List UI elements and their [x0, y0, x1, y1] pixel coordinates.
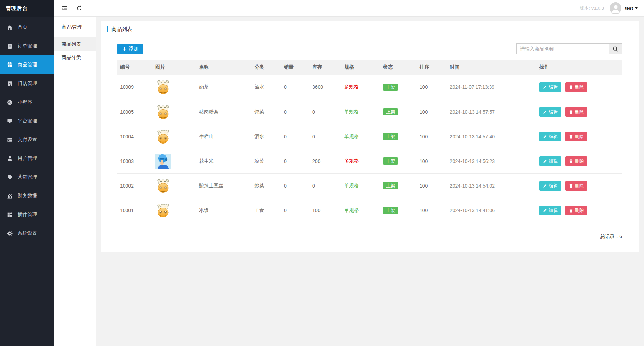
cell-actions: 编辑 删除 [537, 100, 622, 124]
edit-button[interactable]: 编辑 [539, 132, 561, 141]
content-area: 商品列表 添加 [96, 17, 644, 346]
avatar[interactable] [610, 2, 621, 14]
submenu-title: 商品管理 [54, 17, 96, 37]
product-image-hippo [155, 178, 171, 193]
delete-button[interactable]: 删除 [565, 181, 587, 191]
cell-sales: 0 [281, 124, 310, 149]
cell-status: 上架 [380, 100, 417, 124]
sidebar-item-finance[interactable]: 财务数据 [0, 187, 54, 205]
cell-image [153, 198, 196, 223]
sidebar-item-platform[interactable]: 平台管理 [0, 112, 54, 130]
search-box [516, 43, 622, 54]
cell-time: 2024-11-07 17:13:39 [447, 75, 537, 100]
cell-id: 10002 [117, 173, 153, 198]
spec-label: 单规格 [344, 133, 359, 139]
table-row: 10009 [117, 75, 622, 100]
status-badge: 上架 [383, 84, 398, 91]
delete-button[interactable]: 删除 [565, 156, 587, 166]
cell-sales: 0 [281, 198, 310, 223]
sidebar-item-plugins[interactable]: 插件管理 [0, 205, 54, 224]
cell-stock: 0 [310, 100, 341, 124]
search-input[interactable] [516, 43, 609, 54]
col-time: 时间 [447, 60, 537, 75]
payment-icon [6, 136, 13, 143]
cell-sort: 100 [417, 198, 447, 223]
cell-name: 猪肉粉条 [196, 100, 252, 124]
sidebar-item-miniprogram[interactable]: 小程序 [0, 93, 54, 112]
settings-icon [6, 230, 13, 237]
status-badge: 上架 [383, 133, 398, 140]
edit-button[interactable]: 编辑 [539, 181, 561, 191]
home-icon [6, 24, 13, 31]
sidebar-item-products[interactable]: 商品管理 [0, 55, 54, 74]
product-icon [6, 61, 13, 68]
delete-button[interactable]: 删除 [565, 132, 587, 141]
marketing-icon [6, 174, 13, 181]
cell-id: 10005 [117, 100, 153, 124]
cell-actions: 编辑 删除 [537, 198, 622, 223]
order-icon [6, 43, 13, 50]
edit-button[interactable]: 编辑 [539, 82, 561, 92]
cell-status: 上架 [380, 124, 417, 149]
cell-sales: 0 [281, 100, 310, 124]
cell-stock: 100 [310, 198, 341, 223]
cell-sort: 100 [417, 75, 447, 100]
sidebar-item-users[interactable]: 用户管理 [0, 149, 54, 168]
delete-button[interactable]: 删除 [565, 206, 587, 215]
cell-spec: 多规格 [341, 75, 380, 100]
spec-label: 多规格 [344, 158, 359, 164]
pencil-icon [543, 208, 547, 213]
pencil-icon [543, 159, 547, 163]
finance-icon [6, 192, 13, 199]
pencil-icon [543, 110, 547, 114]
cell-image [153, 173, 196, 198]
total-records: 总记录：6 [117, 223, 622, 240]
product-image-courier [155, 154, 171, 169]
cell-category: 酒水 [252, 75, 281, 100]
sidebar-item-settings[interactable]: 系统设置 [0, 224, 54, 243]
trash-icon [569, 135, 573, 139]
cell-sales: 0 [281, 75, 310, 100]
edit-button[interactable]: 编辑 [539, 107, 561, 117]
product-image-hippo [155, 129, 171, 144]
product-image-hippo [155, 104, 171, 120]
page-title: 商品列表 [111, 26, 132, 33]
submenu-item-product-list[interactable]: 商品列表 [54, 37, 96, 51]
spec-label: 单规格 [344, 183, 359, 188]
delete-button[interactable]: 删除 [565, 107, 587, 117]
cell-sort: 100 [417, 100, 447, 124]
cell-category: 凉菜 [252, 149, 281, 173]
cell-name: 花生米 [196, 149, 252, 173]
search-button[interactable] [609, 43, 622, 54]
sidebar-item-stores[interactable]: 门店管理 [0, 74, 54, 93]
edit-button[interactable]: 编辑 [539, 156, 561, 166]
user-menu[interactable]: test [625, 6, 638, 11]
store-icon [6, 80, 13, 87]
trash-icon [569, 85, 573, 89]
cell-status: 上架 [380, 198, 417, 223]
add-button[interactable]: 添加 [117, 44, 143, 54]
cell-status: 上架 [380, 75, 417, 100]
sidebar-item-orders[interactable]: 订单管理 [0, 37, 54, 55]
cell-time: 2024-10-13 14:54:02 [447, 173, 537, 198]
refresh-icon[interactable] [73, 2, 85, 14]
cell-status: 上架 [380, 173, 417, 198]
title-accent-bar [107, 26, 108, 32]
cell-image [153, 149, 196, 173]
cell-stock: 0 [310, 173, 341, 198]
edit-button[interactable]: 编辑 [539, 206, 561, 215]
submenu-item-product-category[interactable]: 商品分类 [54, 51, 96, 64]
trash-icon [569, 208, 573, 213]
miniprogram-icon [6, 99, 13, 106]
product-list-card: 商品列表 添加 [101, 21, 639, 252]
collapse-menu-icon[interactable] [59, 2, 70, 14]
product-image-hippo [155, 79, 171, 95]
sidebar-item-payment[interactable]: 支付设置 [0, 130, 54, 149]
sidebar-item-home[interactable]: 首页 [0, 18, 54, 37]
cell-id: 10001 [117, 198, 153, 223]
delete-button[interactable]: 删除 [565, 82, 587, 92]
search-icon [612, 46, 618, 52]
cell-category: 炒菜 [252, 173, 281, 198]
sidebar-item-marketing[interactable]: 营销管理 [0, 168, 54, 187]
cell-stock: 200 [310, 149, 341, 173]
